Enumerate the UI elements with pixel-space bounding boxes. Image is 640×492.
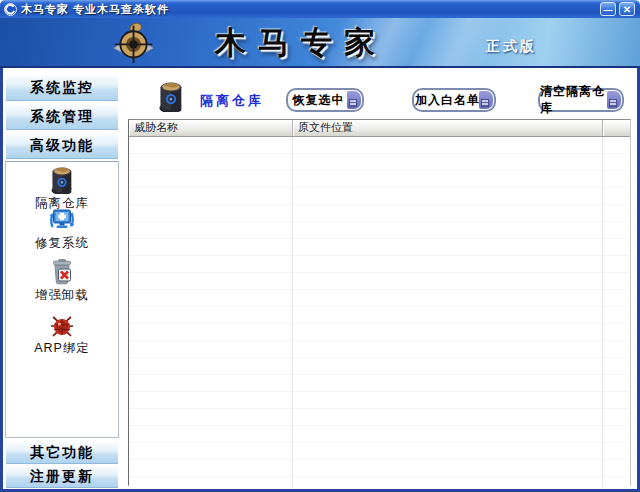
button-grip-icon <box>479 91 493 109</box>
panel-item-arp-binding[interactable]: ARP绑定 <box>6 311 118 357</box>
main-content: 隔离仓库 恢复选中 加入白名单 清空隔离仓库 威胁名称 原文件位置 <box>122 68 637 489</box>
sidebar: 系统监控 系统管理 高级功能 隔离仓库 <box>3 68 122 489</box>
column-divider <box>292 137 293 487</box>
panel-item-enhanced-uninstall[interactable]: 增强卸载 <box>6 258 118 304</box>
app-window: 木马专家 专业木马查杀软件 — ✕ 木马专家 正式版 系统监控 系统管理 高级功… <box>0 0 640 492</box>
button-label: 恢复选中 <box>293 92 345 109</box>
app-icon <box>4 3 17 16</box>
button-grip-icon <box>347 91 361 109</box>
button-grip-icon <box>607 91 621 109</box>
column-divider <box>602 137 603 487</box>
column-header-original-path[interactable]: 原文件位置 <box>293 120 603 136</box>
advanced-functions-panel: 隔离仓库 修复系统 <box>5 161 119 438</box>
column-header-threat-name[interactable]: 威胁名称 <box>129 120 293 136</box>
arp-binding-icon <box>49 311 75 339</box>
sidebar-item-system-monitor[interactable]: 系统监控 <box>5 75 119 101</box>
close-button[interactable]: ✕ <box>619 2 635 16</box>
quarantine-bin-icon <box>49 166 75 194</box>
panel-item-label: 修复系统 <box>35 235 89 252</box>
sidebar-item-other-functions[interactable]: 其它功能 <box>5 442 119 464</box>
minimize-button[interactable]: — <box>600 2 616 16</box>
clear-quarantine-button[interactable]: 清空隔离仓库 <box>538 88 624 112</box>
button-label: 加入白名单 <box>415 92 480 109</box>
header-banner: 木马专家 正式版 <box>0 18 640 68</box>
repair-system-icon <box>49 206 75 234</box>
table-header-row: 威胁名称 原文件位置 <box>129 120 630 137</box>
section-title: 隔离仓库 <box>200 92 264 110</box>
sidebar-item-advanced-functions[interactable]: 高级功能 <box>5 133 119 159</box>
titlebar: 木马专家 专业木马查杀软件 — ✕ <box>0 0 640 18</box>
enhanced-uninstall-icon <box>49 258 75 286</box>
quarantine-bin-icon <box>158 81 184 112</box>
window-title: 木马专家 专业木马查杀软件 <box>21 2 169 17</box>
column-header-filler <box>603 120 630 136</box>
restore-selected-button[interactable]: 恢复选中 <box>286 88 364 112</box>
table-body-empty[interactable] <box>129 137 630 487</box>
panel-item-label: 增强卸载 <box>35 287 89 304</box>
sidebar-item-system-manage[interactable]: 系统管理 <box>5 104 119 130</box>
panel-item-repair-system[interactable]: 修复系统 <box>6 206 118 252</box>
add-to-whitelist-button[interactable]: 加入白名单 <box>412 88 496 112</box>
quarantine-table: 威胁名称 原文件位置 <box>128 119 631 486</box>
edition-badge: 正式版 <box>486 38 537 56</box>
banner-app-title: 木马专家 <box>186 22 416 64</box>
sidebar-item-register-update[interactable]: 注册更新 <box>5 466 119 488</box>
button-label: 清空隔离仓库 <box>540 83 609 117</box>
crosshair-trojan-logo-icon <box>110 20 157 65</box>
panel-item-label: ARP绑定 <box>34 340 90 357</box>
